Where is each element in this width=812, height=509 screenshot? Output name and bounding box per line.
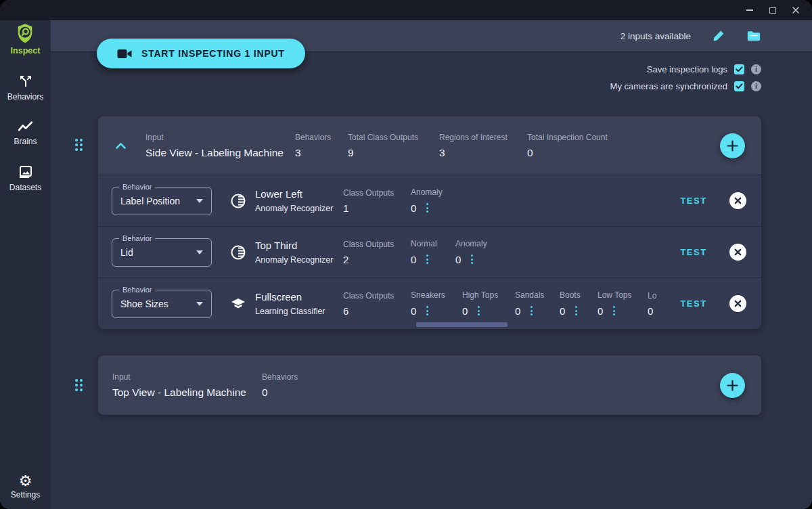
behavior-select-label: Behavior (119, 183, 155, 191)
info-icon[interactable]: i (751, 81, 761, 91)
stat-total-inspection-count: Total Inspection Count 0 (527, 133, 635, 159)
remove-behavior-button[interactable] (729, 295, 746, 312)
class-outputs-label: Class Outputs (343, 291, 411, 301)
class-label: Low Tops (597, 290, 648, 300)
plus-icon (727, 380, 738, 391)
inspect-shield-logo-icon (15, 23, 35, 45)
class-count: 0 (648, 305, 653, 317)
class-outputs-value: 1 (343, 202, 348, 214)
start-inspecting-label: START INSPECTING 1 INPUT (141, 48, 285, 59)
roi-model: Anomaly Recognizer (255, 204, 343, 213)
anomaly-recognizer-icon (229, 244, 247, 261)
class-count: 0 (411, 305, 416, 317)
image-icon (17, 164, 34, 180)
kebab-menu-icon[interactable] (470, 253, 474, 265)
info-icon[interactable]: i (751, 64, 761, 74)
class-count: 0 (411, 202, 416, 214)
video-camera-icon (117, 49, 132, 59)
save-logs-checkbox[interactable] (734, 64, 744, 74)
test-button[interactable]: TEST (674, 196, 713, 206)
remove-behavior-button[interactable] (729, 192, 746, 209)
class-outputs-col: Class Outputs 1 (343, 188, 411, 214)
roi-block: Top Third Anomaly Recognizer (255, 240, 343, 265)
caret-down-icon (196, 199, 203, 203)
class-col-high-tops: High Tops 0 (462, 290, 515, 317)
kebab-menu-icon[interactable] (574, 305, 579, 317)
kebab-menu-icon[interactable] (529, 305, 534, 317)
class-outputs-col: Class Outputs 6 (343, 291, 411, 317)
caret-down-icon (196, 250, 203, 255)
collapse-button[interactable] (115, 142, 127, 150)
sidebar-item-settings[interactable]: ⚙ Settings (11, 474, 40, 500)
class-label: High Tops (462, 290, 515, 300)
kebab-menu-icon[interactable] (425, 253, 430, 265)
add-behavior-button[interactable] (720, 373, 745, 398)
behavior-select[interactable]: Behavior Shoe Sizes (112, 290, 212, 318)
pencil-icon (712, 29, 725, 43)
kebab-menu-icon[interactable] (425, 202, 430, 214)
roi-name: Lower Left (255, 188, 343, 200)
kebab-menu-icon[interactable] (425, 305, 430, 317)
folder-button[interactable] (746, 28, 761, 43)
drag-handle-icon[interactable] (75, 139, 83, 151)
class-count: 0 (455, 254, 461, 265)
add-behavior-button[interactable] (720, 133, 745, 158)
sidebar-item-datasets[interactable]: Datasets (9, 164, 41, 192)
behavior-select-value: Shoe Sizes (120, 298, 168, 309)
class-count: 0 (515, 305, 520, 317)
input-name-block: Input Top View - Labeling Machine (112, 372, 262, 399)
class-outputs-strip: Class Outputs 6 Sneakers 0 (343, 278, 674, 329)
class-col-clipped: Lo 0 (648, 291, 674, 317)
behavior-row-lid: Behavior Lid Top Third (98, 226, 761, 278)
remove-behavior-button[interactable] (729, 244, 746, 261)
behavior-select-value: Label Position (120, 196, 180, 206)
sidebar-item-label: Brains (14, 137, 37, 146)
chevron-up-icon (115, 142, 127, 150)
class-count: 0 (411, 254, 416, 265)
close-icon (734, 248, 742, 256)
stat-total-class-outputs: Total Class Outputs 9 (348, 133, 439, 159)
close-icon (792, 6, 800, 14)
start-inspecting-button[interactable]: START INSPECTING 1 INPUT (97, 39, 305, 68)
class-col-anomaly: Anomaly 0 (455, 239, 507, 265)
horizontal-scrollbar[interactable] (416, 322, 508, 327)
stat-value: 9 (348, 147, 439, 159)
maximize-button[interactable] (767, 5, 778, 16)
stat-behaviors: Behaviors 0 (262, 372, 315, 399)
sidebar-item-brains[interactable]: Brains (14, 119, 37, 146)
behavior-select[interactable]: Behavior Lid (112, 238, 212, 267)
class-count: 0 (597, 305, 603, 317)
stat-label: Behaviors (262, 372, 315, 382)
close-button[interactable] (790, 5, 801, 16)
stat-regions-of-interest: Regions of Interest 3 (439, 133, 527, 159)
option-row: My cameras are synchronized i (610, 81, 761, 91)
input-card-side-view: Input Side View - Labeling Machine Behav… (98, 116, 761, 329)
class-label: Normal (411, 239, 455, 248)
stat-value: 0 (262, 386, 315, 399)
sidebar-item-behaviors[interactable]: Behaviors (7, 73, 43, 102)
behavior-select-label: Behavior (119, 234, 155, 242)
test-button[interactable]: TEST (674, 247, 713, 257)
test-button[interactable]: TEST (674, 298, 713, 309)
kebab-menu-icon[interactable] (612, 305, 616, 317)
brand[interactable]: Inspect (11, 23, 41, 56)
stat-value: 3 (295, 147, 348, 159)
edit-button[interactable] (711, 28, 726, 43)
stat-label: Total Inspection Count (527, 133, 635, 142)
brand-label: Inspect (11, 46, 41, 56)
input-card-header: Input Side View - Labeling Machine Behav… (98, 116, 761, 175)
behavior-select-value: Lid (120, 247, 133, 258)
cameras-synced-checkbox[interactable] (734, 81, 744, 91)
class-col-boots: Boots 0 (560, 290, 597, 317)
anomaly-recognizer-icon (229, 192, 247, 210)
kebab-menu-icon[interactable] (476, 305, 481, 317)
option-label: Save inspection logs (647, 64, 727, 74)
drag-handle-icon[interactable] (75, 379, 83, 391)
folder-icon (746, 29, 761, 43)
behavior-row-label-position: Behavior Label Position (98, 175, 761, 226)
behavior-select[interactable]: Behavior Label Position (112, 187, 212, 215)
trend-line-icon (17, 119, 34, 134)
input-label: Input (145, 133, 295, 142)
minimize-button[interactable] (744, 5, 755, 16)
class-label: Sneakers (411, 290, 462, 300)
